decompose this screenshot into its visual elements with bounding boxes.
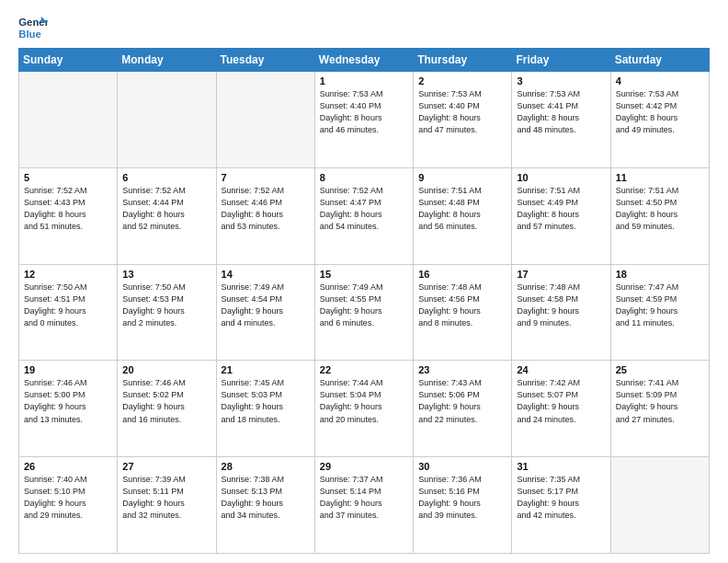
calendar-cell: 30Sunrise: 7:36 AM Sunset: 5:16 PM Dayli… <box>414 457 512 554</box>
day-info: Sunrise: 7:46 AM Sunset: 5:00 PM Dayligh… <box>24 377 112 425</box>
weekday-header-saturday: Saturday <box>610 49 709 72</box>
calendar-cell: 9Sunrise: 7:51 AM Sunset: 4:48 PM Daylig… <box>414 167 512 264</box>
calendar-cell: 29Sunrise: 7:37 AM Sunset: 5:14 PM Dayli… <box>314 457 413 554</box>
day-info: Sunrise: 7:48 AM Sunset: 4:56 PM Dayligh… <box>418 282 506 329</box>
day-info: Sunrise: 7:49 AM Sunset: 4:54 PM Dayligh… <box>222 282 310 329</box>
week-row-5: 26Sunrise: 7:40 AM Sunset: 5:10 PM Dayli… <box>19 457 710 554</box>
svg-text:Blue: Blue <box>18 29 41 40</box>
day-info: Sunrise: 7:43 AM Sunset: 5:06 PM Dayligh… <box>418 377 506 425</box>
day-number: 6 <box>122 172 210 183</box>
calendar-cell: 22Sunrise: 7:44 AM Sunset: 5:04 PM Dayli… <box>314 361 413 457</box>
calendar-cell: 2Sunrise: 7:53 AM Sunset: 4:40 PM Daylig… <box>414 72 512 168</box>
calendar-cell: 18Sunrise: 7:47 AM Sunset: 4:59 PM Dayli… <box>610 264 709 361</box>
calendar-cell: 23Sunrise: 7:43 AM Sunset: 5:06 PM Dayli… <box>414 361 512 457</box>
day-info: Sunrise: 7:36 AM Sunset: 5:16 PM Dayligh… <box>418 474 506 522</box>
day-info: Sunrise: 7:41 AM Sunset: 5:09 PM Dayligh… <box>616 377 704 425</box>
day-number: 14 <box>222 269 310 280</box>
weekday-header-sunday: Sunday <box>19 49 118 72</box>
day-info: Sunrise: 7:53 AM Sunset: 4:40 PM Dayligh… <box>418 88 506 136</box>
calendar-cell: 11Sunrise: 7:51 AM Sunset: 4:50 PM Dayli… <box>610 167 709 264</box>
day-info: Sunrise: 7:42 AM Sunset: 5:07 PM Dayligh… <box>517 377 605 425</box>
calendar-cell: 5Sunrise: 7:52 AM Sunset: 4:43 PM Daylig… <box>19 167 118 264</box>
day-number: 8 <box>320 172 408 183</box>
calendar-cell: 6Sunrise: 7:52 AM Sunset: 4:44 PM Daylig… <box>118 167 216 264</box>
calendar-cell: 15Sunrise: 7:49 AM Sunset: 4:55 PM Dayli… <box>314 264 413 361</box>
calendar-cell: 14Sunrise: 7:49 AM Sunset: 4:54 PM Dayli… <box>216 264 314 361</box>
day-info: Sunrise: 7:35 AM Sunset: 5:17 PM Dayligh… <box>517 474 605 522</box>
calendar-cell: 16Sunrise: 7:48 AM Sunset: 4:56 PM Dayli… <box>414 264 512 361</box>
day-number: 19 <box>24 364 112 375</box>
calendar-cell: 28Sunrise: 7:38 AM Sunset: 5:13 PM Dayli… <box>216 457 314 554</box>
day-number: 20 <box>122 364 210 375</box>
day-info: Sunrise: 7:52 AM Sunset: 4:44 PM Dayligh… <box>122 185 210 233</box>
calendar-cell: 10Sunrise: 7:51 AM Sunset: 4:49 PM Dayli… <box>512 167 610 264</box>
day-number: 5 <box>24 172 112 183</box>
day-info: Sunrise: 7:50 AM Sunset: 4:51 PM Dayligh… <box>24 282 112 329</box>
calendar-cell: 31Sunrise: 7:35 AM Sunset: 5:17 PM Dayli… <box>512 457 610 554</box>
day-number: 18 <box>616 269 704 280</box>
day-info: Sunrise: 7:45 AM Sunset: 5:03 PM Dayligh… <box>222 377 310 425</box>
calendar-cell <box>118 72 216 168</box>
day-number: 24 <box>517 364 605 375</box>
weekday-header-wednesday: Wednesday <box>314 49 413 72</box>
header: General Blue <box>18 15 710 40</box>
day-number: 11 <box>616 172 704 183</box>
weekday-header-monday: Monday <box>118 49 216 72</box>
calendar-cell: 26Sunrise: 7:40 AM Sunset: 5:10 PM Dayli… <box>19 457 118 554</box>
day-number: 12 <box>24 269 112 280</box>
day-info: Sunrise: 7:53 AM Sunset: 4:40 PM Dayligh… <box>320 88 408 136</box>
day-info: Sunrise: 7:51 AM Sunset: 4:49 PM Dayligh… <box>517 185 605 233</box>
day-info: Sunrise: 7:51 AM Sunset: 4:50 PM Dayligh… <box>616 185 704 233</box>
day-info: Sunrise: 7:50 AM Sunset: 4:53 PM Dayligh… <box>122 282 210 329</box>
week-row-2: 5Sunrise: 7:52 AM Sunset: 4:43 PM Daylig… <box>19 167 710 264</box>
logo: General Blue <box>18 15 48 40</box>
day-number: 15 <box>320 269 408 280</box>
day-number: 3 <box>517 75 605 86</box>
calendar-cell: 20Sunrise: 7:46 AM Sunset: 5:02 PM Dayli… <box>118 361 216 457</box>
calendar-cell: 4Sunrise: 7:53 AM Sunset: 4:42 PM Daylig… <box>610 72 709 168</box>
weekday-header-row: SundayMondayTuesdayWednesdayThursdayFrid… <box>19 49 710 72</box>
calendar-cell: 19Sunrise: 7:46 AM Sunset: 5:00 PM Dayli… <box>19 361 118 457</box>
calendar-page: General Blue SundayMondayTuesdayWednesda… <box>0 0 728 563</box>
calendar-cell: 8Sunrise: 7:52 AM Sunset: 4:47 PM Daylig… <box>314 167 413 264</box>
calendar-cell: 21Sunrise: 7:45 AM Sunset: 5:03 PM Dayli… <box>216 361 314 457</box>
day-number: 30 <box>418 461 506 472</box>
calendar-cell: 1Sunrise: 7:53 AM Sunset: 4:40 PM Daylig… <box>314 72 413 168</box>
weekday-header-tuesday: Tuesday <box>216 49 314 72</box>
day-info: Sunrise: 7:52 AM Sunset: 4:43 PM Dayligh… <box>24 185 112 233</box>
day-number: 28 <box>222 461 310 472</box>
calendar-cell: 7Sunrise: 7:52 AM Sunset: 4:46 PM Daylig… <box>216 167 314 264</box>
week-row-4: 19Sunrise: 7:46 AM Sunset: 5:00 PM Dayli… <box>19 361 710 457</box>
calendar-cell: 12Sunrise: 7:50 AM Sunset: 4:51 PM Dayli… <box>19 264 118 361</box>
logo-icon: General Blue <box>18 15 48 40</box>
day-number: 7 <box>222 172 310 183</box>
weekday-header-friday: Friday <box>512 49 610 72</box>
day-info: Sunrise: 7:53 AM Sunset: 4:42 PM Dayligh… <box>616 88 704 136</box>
day-info: Sunrise: 7:37 AM Sunset: 5:14 PM Dayligh… <box>320 474 408 522</box>
day-number: 13 <box>122 269 210 280</box>
day-info: Sunrise: 7:47 AM Sunset: 4:59 PM Dayligh… <box>616 282 704 329</box>
day-number: 10 <box>517 172 605 183</box>
day-number: 17 <box>517 269 605 280</box>
calendar-cell: 27Sunrise: 7:39 AM Sunset: 5:11 PM Dayli… <box>118 457 216 554</box>
day-number: 29 <box>320 461 408 472</box>
day-info: Sunrise: 7:40 AM Sunset: 5:10 PM Dayligh… <box>24 474 112 522</box>
day-number: 16 <box>418 269 506 280</box>
day-number: 21 <box>222 364 310 375</box>
calendar-cell: 13Sunrise: 7:50 AM Sunset: 4:53 PM Dayli… <box>118 264 216 361</box>
calendar-table: SundayMondayTuesdayWednesdayThursdayFrid… <box>18 48 710 554</box>
week-row-3: 12Sunrise: 7:50 AM Sunset: 4:51 PM Dayli… <box>19 264 710 361</box>
calendar-cell <box>216 72 314 168</box>
day-info: Sunrise: 7:48 AM Sunset: 4:58 PM Dayligh… <box>517 282 605 329</box>
day-number: 26 <box>24 461 112 472</box>
day-info: Sunrise: 7:52 AM Sunset: 4:46 PM Dayligh… <box>222 185 310 233</box>
day-info: Sunrise: 7:44 AM Sunset: 5:04 PM Dayligh… <box>320 377 408 425</box>
calendar-cell: 3Sunrise: 7:53 AM Sunset: 4:41 PM Daylig… <box>512 72 610 168</box>
calendar-cell: 17Sunrise: 7:48 AM Sunset: 4:58 PM Dayli… <box>512 264 610 361</box>
day-info: Sunrise: 7:51 AM Sunset: 4:48 PM Dayligh… <box>418 185 506 233</box>
day-info: Sunrise: 7:53 AM Sunset: 4:41 PM Dayligh… <box>517 88 605 136</box>
day-info: Sunrise: 7:46 AM Sunset: 5:02 PM Dayligh… <box>122 377 210 425</box>
day-number: 9 <box>418 172 506 183</box>
week-row-1: 1Sunrise: 7:53 AM Sunset: 4:40 PM Daylig… <box>19 72 710 168</box>
day-number: 2 <box>418 75 506 86</box>
